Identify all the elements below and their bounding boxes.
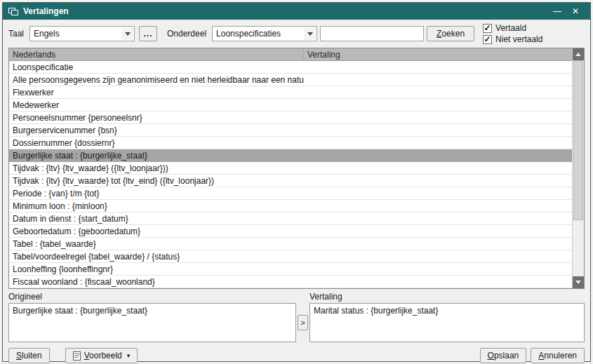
scroll-up-icon[interactable]	[573, 48, 584, 60]
vertical-scrollbar[interactable]	[572, 48, 584, 288]
niet-vertaald-label: Niet vertaald	[495, 34, 542, 44]
table-row[interactable]: Tabel/voordeelregel {tabel_waarde} / {st…	[9, 250, 572, 263]
editor-labels: Origineel Vertaling	[3, 289, 590, 303]
origineel-textarea[interactable]: Burgerlijke staat : {burgerlijke_staat}	[8, 303, 296, 342]
footer: Sluiten Voorbeeld ▾ Opslaan Annuleren	[3, 342, 590, 363]
cell-nederlands: Burgerservicenummer {bsn}	[9, 126, 304, 135]
scrollbar-track[interactable]	[573, 60, 584, 276]
vertaling-textarea[interactable]: Marital status : {burgerlijke_staat}	[309, 303, 585, 342]
scroll-down-icon[interactable]	[573, 276, 584, 288]
table-row[interactable]: Flexwerker	[9, 86, 572, 99]
column-header-nederlands[interactable]: Nederlands	[9, 48, 304, 60]
cell-nederlands: Fiscaal woonland : {fiscaal_woonland}	[9, 277, 304, 287]
table-row[interactable]: Loonheffing {loonheffingnr}	[9, 263, 572, 276]
scrollbar-thumb[interactable]	[573, 60, 583, 220]
table-row[interactable]: Loonspecificatie	[9, 61, 572, 74]
zoeken-button[interactable]: Zoeken	[427, 26, 474, 41]
table-row[interactable]: Fiscaal woonland : {fiscaal_woonland}	[9, 276, 572, 288]
cell-nederlands: Loonheffing {loonheffingnr}	[9, 264, 304, 274]
table-row[interactable]: Periode : {van} t/m {tot}	[9, 187, 572, 200]
transfer-button[interactable]: >	[298, 315, 308, 330]
cell-nederlands: Dossiernummer {dossiernr}	[9, 138, 304, 148]
chevron-down-icon	[121, 27, 133, 40]
more-languages-button[interactable]: ...	[139, 26, 157, 41]
voorbeeld-button[interactable]: Voorbeeld ▾	[65, 348, 138, 363]
editor-section: Burgerlijke staat : {burgerlijke_staat} …	[3, 303, 590, 342]
toolbar: Taal Engels ... Onderdeel Loonspecificat…	[3, 20, 590, 48]
opslaan-button[interactable]: Opslaan	[480, 348, 527, 363]
cell-nederlands: Burgerlijke staat : {burgerlijke_staat}	[9, 151, 304, 161]
vertaald-checkbox[interactable]: Vertaald	[483, 23, 542, 33]
table-row[interactable]: Burgerlijke staat : {burgerlijke_staat}	[9, 149, 572, 162]
table-row[interactable]: Minimum loon : {minloon}	[9, 200, 572, 213]
table-row[interactable]: Tabel : {tabel_waarde}	[9, 238, 572, 250]
translations-icon	[8, 8, 18, 15]
screen: Vertalingen — ✕ Taal Engels ... Onderdee…	[0, 0, 593, 364]
table-row[interactable]: Personeelsnummer {personeelsnr}	[9, 112, 572, 124]
window-title: Vertalingen	[23, 6, 548, 16]
column-header-vertaling[interactable]: Vertaling	[304, 48, 572, 60]
annuleren-button[interactable]: Annuleren	[531, 348, 585, 363]
cell-nederlands: Personeelsnummer {personeelsnr}	[9, 113, 304, 123]
transfer-column: >	[296, 303, 309, 342]
taal-dropdown[interactable]: Engels	[29, 26, 135, 41]
taal-label: Taal	[8, 29, 24, 39]
cell-nederlands: Alle persoonsgegevens zijn geanonimiseer…	[9, 75, 304, 85]
title-bar: Vertalingen — ✕	[3, 3, 590, 20]
cell-nederlands: Medewerker	[9, 100, 304, 110]
cell-nederlands: Tabel : {tabel_waarde}	[9, 239, 304, 249]
chevron-down-icon: ▾	[127, 352, 131, 359]
cell-nederlands: Loonspecificatie	[9, 62, 304, 72]
minimize-icon[interactable]: —	[548, 3, 566, 20]
table-row[interactable]: Alle persoonsgegevens zijn geanonimiseer…	[9, 74, 572, 86]
table-row[interactable]: Tijdvak : {ltv} {ltv_waarde} tot {ltv_ei…	[9, 175, 572, 187]
table-row[interactable]: Medewerker	[9, 99, 572, 112]
cell-nederlands: Flexwerker	[9, 88, 304, 97]
cell-nederlands: Periode : {van} t/m {tot}	[9, 189, 304, 198]
translations-table: Nederlands Vertaling Loonspecificatie Al…	[8, 48, 585, 289]
sluiten-button[interactable]: Sluiten	[8, 348, 50, 363]
table-row[interactable]: Datum in dienst : {start_datum}	[9, 213, 572, 225]
onderdeel-label: Onderdeel	[167, 29, 206, 39]
origineel-label: Origineel	[8, 292, 309, 302]
table-main: Nederlands Vertaling Loonspecificatie Al…	[9, 48, 572, 288]
cell-nederlands: Tijdvak : {ltv} {ltv_waarde} tot {ltv_ei…	[9, 176, 304, 186]
cell-nederlands: Minimum loon : {minloon}	[9, 201, 304, 211]
cell-nederlands: Datum in dienst : {start_datum}	[9, 214, 304, 224]
vertaling-label: Vertaling	[309, 292, 585, 302]
niet-vertaald-checkbox[interactable]: Niet vertaald	[483, 34, 542, 44]
close-icon[interactable]: ✕	[566, 3, 585, 20]
checkbox-checked-icon	[483, 24, 492, 33]
onderdeel-dropdown-value: Loonspecificaties	[216, 29, 281, 39]
table-body: Loonspecificatie Alle persoonsgegevens z…	[9, 61, 572, 288]
cell-nederlands: Geboortedatum : {geboortedatum}	[9, 227, 304, 236]
table-row[interactable]: Dossiernummer {dossiernr}	[9, 137, 572, 149]
table-row[interactable]: Burgerservicenummer {bsn}	[9, 124, 572, 137]
table-row[interactable]: Geboortedatum : {geboortedatum}	[9, 225, 572, 238]
vertalingen-dialog: Vertalingen — ✕ Taal Engels ... Onderdee…	[2, 2, 591, 362]
taal-dropdown-value: Engels	[34, 29, 60, 39]
table-header: Nederlands Vertaling	[9, 48, 572, 61]
preview-icon	[73, 351, 81, 360]
cell-nederlands: Tijdvak : {ltv} {ltv_waarde} ({ltv_loonj…	[9, 163, 304, 173]
checkbox-checked-icon	[483, 35, 492, 44]
vertaald-label: Vertaald	[495, 23, 526, 33]
table-row[interactable]: Tijdvak : {ltv} {ltv_waarde} ({ltv_loonj…	[9, 162, 572, 175]
onderdeel-dropdown[interactable]: Loonspecificaties	[212, 26, 317, 41]
chevron-down-icon	[304, 27, 316, 40]
cell-nederlands: Tabel/voordeelregel {tabel_waarde} / {st…	[9, 252, 304, 262]
search-input[interactable]	[320, 26, 424, 41]
filter-checkboxes: Vertaald Niet vertaald	[483, 23, 542, 44]
